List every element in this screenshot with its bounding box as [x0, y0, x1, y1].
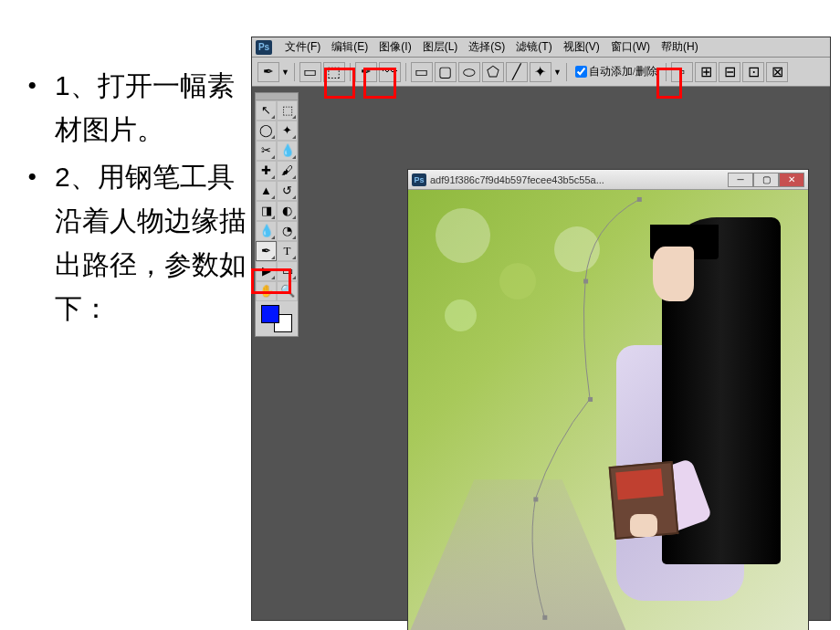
color-swatches[interactable] — [261, 305, 292, 332]
stamp-tool[interactable]: ▲ — [256, 181, 277, 201]
minimize-button[interactable]: ─ — [728, 173, 753, 187]
history-brush-tool[interactable]: ↺ — [277, 181, 298, 201]
dodge-tool[interactable]: ◔ — [277, 221, 298, 241]
ps-doc-icon: Ps — [412, 173, 426, 186]
ps-logo-icon: Ps — [256, 40, 272, 55]
auto-add-delete-label: 自动添加/删除 — [589, 64, 657, 79]
path-op-add[interactable]: ⊞ — [695, 62, 717, 82]
heal-tool[interactable]: ✚ — [256, 161, 277, 181]
document-window: Ps adf91f386c7f9d4b597fecee43b5c55a... ─… — [407, 169, 809, 630]
path-op-new[interactable]: ▫ — [671, 62, 693, 82]
eyedropper-tool[interactable]: 💧 — [277, 141, 298, 161]
document-titlebar[interactable]: Ps adf91f386c7f9d4b597fecee43b5c55a... ─… — [408, 170, 808, 190]
instruction-item-1: 1、打开一幅素材图片。 — [55, 64, 247, 152]
pen-tool-indicator[interactable]: ✒ — [257, 62, 279, 82]
svg-rect-1 — [583, 279, 588, 284]
photo-content — [408, 190, 808, 630]
menu-bar: Ps 文件(F) 编辑(E) 图像(I) 图层(L) 选择(S) 滤镜(T) 视… — [252, 37, 830, 58]
zoom-tool[interactable]: 🔍 — [277, 281, 298, 301]
freeform-icon: 〰 — [383, 64, 397, 80]
marquee-tool[interactable]: ⬚ — [277, 100, 298, 121]
pen-tool[interactable]: ✒ — [256, 241, 277, 261]
hand-tool[interactable]: ✋ — [256, 281, 277, 301]
move-tool[interactable]: ↖ — [256, 100, 277, 121]
work-area: ↖ ⬚ ◯ ✦ ✂ 💧 ✚ 🖌 ▲ ↺ ◨ ◐ 💧 ◔ ✒ T ▶ ▭ ✋ 🔍 — [252, 87, 830, 620]
shape-rounded[interactable]: ▢ — [435, 62, 457, 82]
maximize-button[interactable]: ▢ — [753, 173, 779, 187]
eraser-tool[interactable]: ◨ — [256, 201, 277, 221]
menu-edit[interactable]: 编辑(E) — [326, 39, 373, 55]
menu-view[interactable]: 视图(V) — [558, 39, 605, 55]
paths-mode[interactable]: ⬚ — [323, 62, 345, 82]
path-op-exclude[interactable]: ⊠ — [766, 62, 788, 82]
instruction-item-2: 2、用钢笔工具沿着人物边缘描出路径，参数如下： — [55, 155, 247, 331]
path-select-tool[interactable]: ▶ — [256, 261, 277, 281]
path-op-subtract[interactable]: ⊟ — [719, 62, 740, 82]
dropdown-icon[interactable]: ▼ — [553, 68, 562, 77]
menu-layer[interactable]: 图层(L) — [417, 39, 464, 55]
wand-tool[interactable]: ✦ — [277, 121, 298, 141]
menu-select[interactable]: 选择(S) — [463, 39, 510, 55]
gradient-tool[interactable]: ◐ — [277, 201, 298, 221]
shape-tool[interactable]: ▭ — [277, 261, 298, 281]
menu-window[interactable]: 窗口(W) — [605, 39, 656, 55]
options-bar: ✒ ▼ ▭ ⬚ ✒ 〰 ▭ ▢ ⬭ ⬠ ╱ ✦ ▼ 自动添加/删除 ▫ ⊞ ⊟ … — [252, 58, 830, 87]
menu-image[interactable]: 图像(I) — [373, 39, 416, 55]
auto-add-delete-checkbox[interactable] — [575, 66, 587, 78]
blur-tool[interactable]: 💧 — [256, 221, 277, 241]
canvas[interactable] — [408, 190, 808, 630]
lasso-tool[interactable]: ◯ — [256, 121, 277, 141]
pen-icon: ✒ — [263, 64, 274, 79]
dropdown-icon[interactable]: ▼ — [281, 68, 289, 77]
shape-layers-mode[interactable]: ▭ — [299, 62, 321, 82]
crop-tool[interactable]: ✂ — [256, 141, 277, 161]
tools-panel: ↖ ⬚ ◯ ✦ ✂ 💧 ✚ 🖌 ▲ ↺ ◨ ◐ 💧 ◔ ✒ T ▶ ▭ ✋ 🔍 — [255, 92, 299, 337]
shape-custom[interactable]: ✦ — [530, 62, 551, 82]
path-op-intersect[interactable]: ⊡ — [742, 62, 764, 82]
instruction-panel: 1、打开一幅素材图片。 2、用钢笔工具沿着人物边缘描出路径，参数如下： — [18, 64, 247, 334]
type-tool[interactable]: T — [277, 241, 298, 261]
path-icon: ⬚ — [327, 63, 341, 80]
shape-line[interactable]: ╱ — [506, 62, 528, 82]
shape-rect[interactable]: ▭ — [411, 62, 433, 82]
svg-rect-0 — [637, 197, 642, 202]
foreground-color[interactable] — [261, 305, 279, 323]
close-button[interactable]: ✕ — [779, 173, 804, 187]
photoshop-window: Ps 文件(F) 编辑(E) 图像(I) 图层(L) 选择(S) 滤镜(T) 视… — [251, 37, 831, 621]
auto-add-delete-option[interactable]: 自动添加/删除 — [575, 64, 657, 79]
shape-ellipse[interactable]: ⬭ — [458, 62, 480, 82]
brush-tool[interactable]: 🖌 — [277, 161, 298, 181]
pen-variant[interactable]: ✒ — [355, 62, 377, 82]
pen-icon: ✒ — [361, 64, 372, 79]
shape-polygon[interactable]: ⬠ — [482, 62, 504, 82]
document-title: adf91f386c7f9d4b597fecee43b5c55a... — [430, 174, 728, 185]
menu-help[interactable]: 帮助(H) — [656, 39, 704, 55]
menu-file[interactable]: 文件(F) — [279, 39, 326, 55]
panel-grip[interactable] — [256, 93, 298, 100]
menu-filter[interactable]: 滤镜(T) — [510, 39, 557, 55]
freeform-pen[interactable]: 〰 — [379, 62, 401, 82]
